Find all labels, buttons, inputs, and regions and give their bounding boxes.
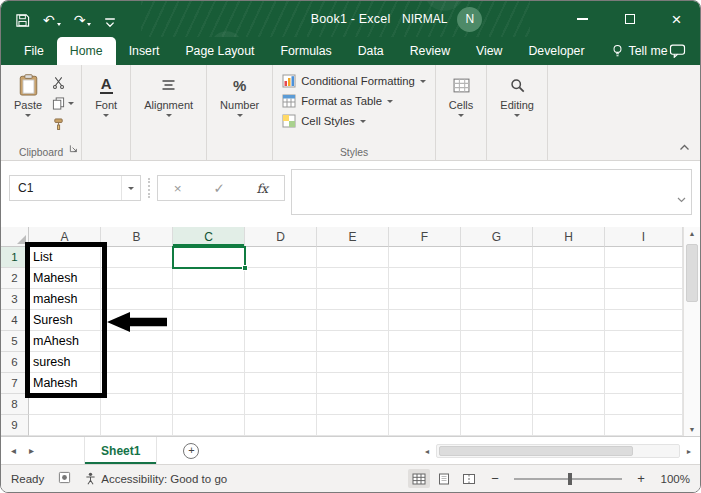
tell-me-button[interactable]: Tell me — [612, 37, 668, 65]
cell-B5[interactable] — [101, 331, 173, 352]
cell-E6[interactable] — [317, 352, 389, 373]
column-header-H[interactable]: H — [533, 227, 605, 247]
font-button[interactable]: A Font — [87, 69, 125, 117]
cell-F3[interactable] — [389, 289, 461, 310]
cell-B9[interactable] — [101, 415, 173, 436]
cell-D1[interactable] — [245, 247, 317, 268]
cell-D4[interactable] — [245, 310, 317, 331]
cell-E4[interactable] — [317, 310, 389, 331]
zoom-slider[interactable] — [514, 478, 622, 480]
row-header-3[interactable]: 3 — [1, 289, 29, 310]
cell-I6[interactable] — [605, 352, 683, 373]
tab-formulas[interactable]: Formulas — [267, 37, 344, 65]
macro-record-button[interactable] — [58, 471, 71, 486]
cell-F4[interactable] — [389, 310, 461, 331]
view-page-break-button[interactable] — [458, 469, 480, 488]
cancel-button[interactable]: × — [174, 181, 182, 196]
cell-styles-button[interactable]: Cell Styles — [282, 114, 426, 128]
previous-sheet-button[interactable]: ◂ — [11, 445, 16, 456]
cell-C5[interactable] — [173, 331, 245, 352]
cell-I1[interactable] — [605, 247, 683, 268]
cell-I7[interactable] — [605, 373, 683, 394]
close-button[interactable]: × — [653, 1, 700, 37]
scroll-down-button[interactable]: ▼ — [689, 426, 696, 433]
format-as-table-caret[interactable] — [387, 100, 393, 103]
tab-data[interactable]: Data — [345, 37, 397, 65]
tab-home[interactable]: Home — [57, 37, 116, 65]
scroll-up-button[interactable]: ▲ — [689, 230, 696, 237]
cell-D2[interactable] — [245, 268, 317, 289]
cell-C2[interactable] — [173, 268, 245, 289]
editing-button[interactable]: Editing — [492, 69, 542, 117]
horizontal-scroll-thumb[interactable] — [439, 446, 633, 456]
vertical-scroll-thumb[interactable] — [686, 244, 698, 302]
font-dropdown-caret[interactable] — [103, 114, 109, 117]
comments-button[interactable] — [669, 44, 686, 62]
select-all-corner[interactable] — [1, 227, 29, 247]
cell-A1[interactable]: List — [29, 247, 101, 268]
cell-H8[interactable] — [533, 394, 605, 415]
cell-H6[interactable] — [533, 352, 605, 373]
formula-input[interactable] — [291, 169, 692, 215]
paste-button[interactable]: Paste — [6, 69, 50, 117]
cell-C4[interactable] — [173, 310, 245, 331]
cell-G3[interactable] — [461, 289, 533, 310]
cell-I8[interactable] — [605, 394, 683, 415]
cell-G4[interactable] — [461, 310, 533, 331]
cell-styles-caret[interactable] — [360, 120, 366, 123]
cell-B4[interactable] — [101, 310, 173, 331]
cell-D6[interactable] — [245, 352, 317, 373]
account-name[interactable]: NIRMAL — [402, 12, 447, 26]
cell-C7[interactable] — [173, 373, 245, 394]
cell-G6[interactable] — [461, 352, 533, 373]
tab-developer[interactable]: Developer — [515, 37, 597, 65]
cell-C3[interactable] — [173, 289, 245, 310]
cell-A9[interactable] — [29, 415, 101, 436]
accessibility-status[interactable]: Accessibility: Good to go — [85, 472, 227, 485]
cell-F2[interactable] — [389, 268, 461, 289]
format-as-table-button[interactable]: Format as Table — [282, 94, 426, 108]
cell-H9[interactable] — [533, 415, 605, 436]
expand-formula-bar-button[interactable] — [677, 189, 686, 207]
cell-F8[interactable] — [389, 394, 461, 415]
cell-D8[interactable] — [245, 394, 317, 415]
conditional-formatting-caret[interactable] — [420, 80, 426, 83]
cell-B1[interactable] — [101, 247, 173, 268]
cell-H2[interactable] — [533, 268, 605, 289]
cell-A7[interactable]: Mahesh — [29, 373, 101, 394]
cell-F9[interactable] — [389, 415, 461, 436]
cell-B2[interactable] — [101, 268, 173, 289]
row-header-8[interactable]: 8 — [1, 394, 29, 415]
cell-A6[interactable]: suresh — [29, 352, 101, 373]
conditional-formatting-button[interactable]: Conditional Formatting — [282, 74, 426, 88]
zoom-out-button[interactable]: − — [488, 471, 502, 486]
cell-B6[interactable] — [101, 352, 173, 373]
cell-D9[interactable] — [245, 415, 317, 436]
collapse-ribbon-button[interactable] — [679, 137, 690, 155]
number-dropdown-caret[interactable] — [237, 114, 243, 117]
name-box[interactable]: C1 — [9, 175, 141, 201]
vertical-scrollbar[interactable]: ▲ ▼ — [683, 227, 700, 436]
horizontal-scrollbar[interactable]: ◄ ► — [420, 442, 696, 460]
editing-dropdown-caret[interactable] — [514, 114, 520, 117]
cell-F6[interactable] — [389, 352, 461, 373]
cell-H3[interactable] — [533, 289, 605, 310]
cell-I4[interactable] — [605, 310, 683, 331]
redo-button[interactable]: ↷ — [74, 10, 92, 28]
clipboard-dialog-launcher[interactable] — [69, 139, 78, 157]
scroll-right-button[interactable]: ► — [682, 448, 696, 455]
undo-dropdown-caret[interactable] — [57, 23, 61, 26]
next-sheet-button[interactable]: ▸ — [29, 445, 34, 456]
scroll-left-button[interactable]: ◄ — [420, 448, 434, 455]
tab-file[interactable]: File — [11, 37, 57, 65]
horizontal-scroll-track[interactable] — [436, 444, 680, 458]
maximize-button[interactable] — [606, 1, 653, 37]
copy-button[interactable] — [52, 96, 74, 111]
minimize-button[interactable] — [559, 1, 606, 37]
tab-review[interactable]: Review — [397, 37, 463, 65]
cells-button[interactable]: Cells — [441, 69, 481, 117]
column-header-B[interactable]: B — [101, 227, 173, 247]
cell-E8[interactable] — [317, 394, 389, 415]
column-header-E[interactable]: E — [317, 227, 389, 247]
cell-G1[interactable] — [461, 247, 533, 268]
